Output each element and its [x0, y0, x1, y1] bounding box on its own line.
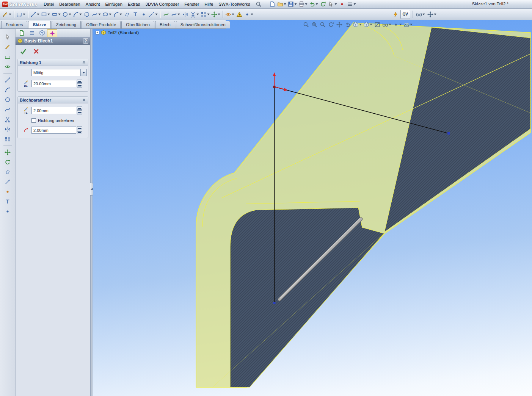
scene-icon[interactable]	[403, 21, 413, 28]
left-sketch-icon[interactable]	[3, 42, 12, 52]
instant3d-icon[interactable]	[391, 10, 400, 19]
thickness-input[interactable]: 2.00mm	[31, 107, 76, 114]
line-icon[interactable]	[30, 10, 40, 19]
menu-item[interactable]: Fenster	[182, 1, 202, 8]
left-line-icon[interactable]	[3, 75, 12, 85]
left-mirror-icon[interactable]	[3, 125, 12, 134]
centerline-icon[interactable]	[148, 10, 159, 19]
section-view-icon[interactable]	[373, 21, 381, 28]
new-document-icon[interactable]	[268, 0, 276, 9]
offset-entities-icon[interactable]	[170, 10, 181, 19]
menu-search-icon[interactable]	[254, 0, 263, 9]
left-move-icon[interactable]	[3, 148, 12, 157]
sheet-parameters-group-header[interactable]: Blechparameter	[18, 97, 88, 103]
save-icon[interactable]	[287, 0, 298, 9]
left-pattern-icon[interactable]	[3, 135, 12, 144]
print-icon[interactable]	[298, 0, 308, 9]
appearances-icon[interactable]	[392, 21, 403, 28]
spin-down-button[interactable]	[77, 110, 82, 114]
menu-item[interactable]: Datei	[41, 1, 56, 8]
left-arc-icon[interactable]	[3, 85, 12, 94]
menu-item[interactable]: Hilfe	[202, 1, 216, 8]
rebuild-icon[interactable]	[338, 0, 346, 9]
plane-icon[interactable]	[123, 10, 131, 19]
cancel-button[interactable]	[32, 48, 40, 55]
left-relations-icon[interactable]	[3, 62, 12, 71]
quick-snaps-icon[interactable]	[243, 10, 254, 19]
panel-splitter[interactable]	[91, 29, 93, 396]
menu-item[interactable]: Ansicht	[83, 1, 103, 8]
sketch-fillet-icon[interactable]	[112, 10, 123, 19]
previous-view-icon[interactable]	[344, 21, 352, 28]
redo-icon[interactable]	[319, 0, 327, 9]
tree-expander[interactable]: +	[96, 31, 99, 34]
display-delete-relations-icon[interactable]	[224, 10, 235, 19]
left-text-icon[interactable]	[3, 197, 12, 206]
command-tab[interactable]: Office Produkte	[82, 21, 121, 28]
spin-down-button[interactable]	[77, 130, 82, 134]
menu-item[interactable]: 3DVIA Composer	[143, 1, 182, 8]
sketch-icon[interactable]	[2, 10, 12, 19]
collapse-chevron-icon[interactable]	[82, 98, 86, 102]
3d-scene[interactable]	[93, 20, 532, 396]
depth-spinner[interactable]	[77, 80, 82, 88]
left-spline-icon[interactable]	[3, 105, 12, 114]
bend-radius-spinner[interactable]	[77, 126, 82, 134]
left-circle-icon[interactable]	[3, 95, 12, 104]
corner-rectangle-icon[interactable]	[40, 10, 51, 19]
sheet-metal-part-preview[interactable]	[196, 23, 530, 387]
left-dimension-icon[interactable]	[3, 52, 12, 61]
left-plane-icon[interactable]	[3, 167, 12, 177]
spin-up-button[interactable]	[77, 107, 82, 110]
trim-entities-icon[interactable]	[189, 10, 200, 19]
open-document-icon[interactable]	[276, 0, 287, 9]
collapse-chevron-icon[interactable]	[82, 60, 86, 64]
point-icon[interactable]	[140, 10, 148, 19]
display-style-icon[interactable]	[363, 21, 373, 28]
select-icon[interactable]	[327, 0, 338, 9]
graphics-viewport[interactable]: + Teil2 (Standard)	[93, 20, 532, 396]
left-snap-icon[interactable]	[3, 207, 12, 216]
hide-show-items-icon[interactable]	[381, 21, 392, 28]
zoom-in-out-icon[interactable]	[319, 21, 327, 28]
spline-icon[interactable]	[91, 10, 102, 19]
linear-sketch-pattern-icon[interactable]	[200, 10, 210, 19]
command-tab[interactable]: Blech	[155, 21, 175, 28]
file-properties-icon[interactable]	[346, 0, 357, 9]
convert-entities-icon[interactable]	[162, 10, 170, 19]
menu-item[interactable]: SWX-ToolWorks	[216, 1, 253, 8]
help-button[interactable]: ?	[83, 38, 88, 44]
centerpoint-arc-icon[interactable]	[72, 10, 83, 19]
command-tab[interactable]: Schweißkonstruktionen	[176, 21, 230, 28]
spin-up-button[interactable]	[77, 80, 82, 83]
undo-icon[interactable]	[308, 0, 319, 9]
sketch-endpoint[interactable]	[447, 132, 450, 135]
spin-down-button[interactable]	[77, 83, 82, 87]
reverse-direction-checkbox[interactable]	[31, 118, 36, 123]
combo-dropdown-button[interactable]	[80, 69, 86, 76]
panel-collapse-handle[interactable]: ◀	[90, 183, 93, 196]
command-tab[interactable]: Skizze	[28, 21, 50, 28]
rotate-view-icon[interactable]	[327, 21, 335, 28]
pm-tab-dimxpert-manager-icon[interactable]	[37, 29, 47, 37]
straight-slot-icon[interactable]	[51, 10, 61, 19]
end-condition-combobox[interactable]: Mittig	[31, 69, 87, 76]
pm-tab-property-manager-icon[interactable]	[16, 29, 27, 37]
left-axis-icon[interactable]	[3, 177, 12, 186]
zoom-to-fit-icon[interactable]	[302, 21, 310, 28]
left-select-icon[interactable]	[3, 33, 12, 42]
view-orientation-icon[interactable]	[352, 21, 363, 28]
circle-icon[interactable]	[61, 10, 72, 19]
zoom-to-area-icon[interactable]	[310, 21, 319, 28]
pm-tab-display-manager-icon[interactable]	[47, 29, 57, 37]
ellipse-icon[interactable]	[102, 10, 112, 19]
pan-icon[interactable]	[335, 21, 344, 28]
mirror-entities-icon[interactable]	[181, 10, 189, 19]
command-tab[interactable]: Zeichnung	[52, 21, 81, 28]
direction1-group-header[interactable]: Richtung 1	[18, 59, 88, 66]
thickness-spinner[interactable]	[77, 106, 82, 114]
left-point-icon[interactable]	[3, 187, 12, 196]
polygon-icon[interactable]	[83, 10, 91, 19]
spin-up-button[interactable]	[77, 127, 82, 130]
menu-item[interactable]: Bearbeiten	[56, 1, 83, 8]
